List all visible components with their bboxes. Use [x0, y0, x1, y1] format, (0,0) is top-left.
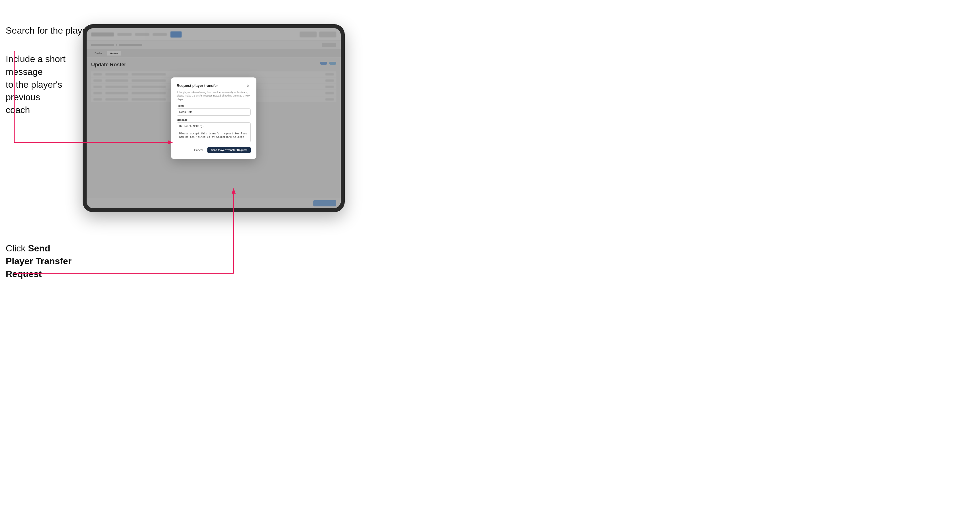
- modal-overlay: Request player transfer ✕ If the player …: [87, 28, 341, 208]
- tablet-screen: › Roster Active Update Roster: [87, 28, 341, 208]
- modal-header: Request player transfer ✕: [177, 83, 251, 88]
- message-label: Message: [177, 118, 251, 121]
- modal-description: If the player is transferring from anoth…: [177, 90, 251, 102]
- close-icon[interactable]: ✕: [245, 83, 251, 88]
- modal-title: Request player transfer: [177, 83, 218, 88]
- annotation-click: Click Send Player Transfer Request: [6, 242, 80, 280]
- player-label: Player: [177, 105, 251, 107]
- send-transfer-request-button[interactable]: Send Player Transfer Request: [207, 147, 251, 153]
- message-textarea[interactable]: Hi Coach McHarg, Please accept this tran…: [177, 122, 251, 142]
- modal-footer: Cancel Send Player Transfer Request: [177, 147, 251, 153]
- annotation-message: Include a short messageto the player's p…: [6, 53, 80, 116]
- annotation-search: Search for the player.: [6, 24, 92, 37]
- cancel-button[interactable]: Cancel: [192, 147, 205, 153]
- player-input[interactable]: [177, 108, 251, 116]
- tablet-frame: › Roster Active Update Roster: [83, 24, 345, 212]
- request-transfer-modal: Request player transfer ✕ If the player …: [171, 78, 256, 159]
